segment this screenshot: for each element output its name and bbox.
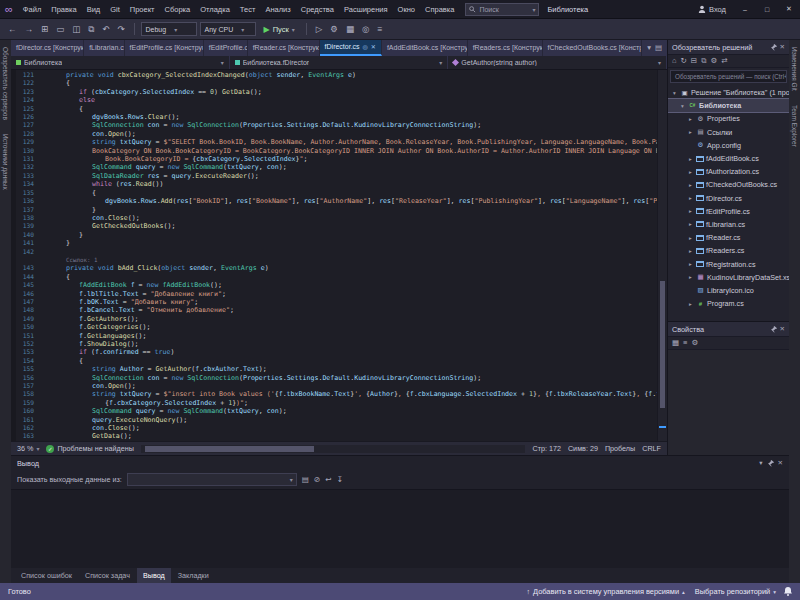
expander-icon[interactable]: ▸ bbox=[687, 182, 694, 188]
document-tab[interactable]: fDirector.cs [Конструктор] bbox=[11, 40, 84, 56]
code-line[interactable]: 163GetData(); bbox=[16, 432, 657, 440]
window-list-icon[interactable]: ▤ bbox=[655, 42, 662, 54]
open-file-button[interactable]: ▭ bbox=[53, 20, 67, 38]
redo-button[interactable]: ↷ bbox=[114, 20, 127, 38]
document-health-indicator[interactable]: ✓ Проблемы не найдены bbox=[46, 444, 134, 453]
home-button[interactable]: ⌂ bbox=[672, 55, 677, 67]
document-tab[interactable]: fReaders.cs [Конструктор] bbox=[468, 40, 543, 56]
menu-item[interactable]: Вид bbox=[82, 0, 106, 19]
scroll-tabs-icon[interactable]: ▾ bbox=[647, 42, 651, 54]
code-line[interactable]: 121private void cbxCategory_SelectedInde… bbox=[16, 71, 657, 79]
output-content[interactable] bbox=[11, 489, 789, 568]
code-line[interactable]: 122{ bbox=[16, 79, 657, 87]
tree-item[interactable]: ▸fDirector.cs bbox=[668, 192, 789, 205]
properties-button[interactable]: ⚙ bbox=[710, 55, 717, 67]
navigate-back-button[interactable]: ← bbox=[5, 20, 20, 38]
close-icon[interactable]: ✕ bbox=[780, 43, 785, 51]
code-line[interactable]: 128con.Open(); bbox=[16, 130, 657, 138]
start-debugging-button[interactable]: ▶ Пуск ▾ bbox=[259, 21, 300, 37]
expander-icon[interactable]: ▸ bbox=[687, 156, 694, 162]
code-line[interactable]: 162con.Close(); bbox=[16, 424, 657, 432]
docked-tool-tab[interactable]: Team Explorer bbox=[790, 98, 799, 154]
pin-icon[interactable] bbox=[767, 460, 774, 467]
code-line[interactable]: 159{f.cbxCategory.SelectedIndex + 1})"; bbox=[16, 399, 657, 407]
tree-item[interactable]: ▸fAuthorization.cs bbox=[668, 165, 789, 178]
tree-item[interactable]: ▸fEditProfile.cs bbox=[668, 205, 789, 218]
expander-icon[interactable]: ▸ bbox=[687, 208, 694, 214]
minimize-button[interactable]: – bbox=[734, 0, 756, 18]
tree-item[interactable]: ▾Решение "Библиотека" (1 проекта из 1) bbox=[668, 86, 789, 99]
code-line[interactable]: 136dgvBooks.Rows.Add(res["BookID"], res[… bbox=[16, 197, 657, 205]
sync-with-active-document-button[interactable]: ⇄ bbox=[721, 55, 727, 67]
code-line[interactable]: 131Book.BookCategoryID = {cbxCategory.Se… bbox=[16, 155, 657, 163]
tree-item[interactable]: ▸fAddEditBook.cs bbox=[668, 152, 789, 165]
tree-item[interactable]: ▸Ссылки bbox=[668, 126, 789, 139]
code-line[interactable]: 134while (res.Read()) bbox=[16, 180, 657, 188]
add-to-source-control-button[interactable]: ↑Добавить в систему управления версиями▴ bbox=[527, 587, 685, 596]
code-area[interactable]: 121private void cbxCategory_SelectedInde… bbox=[16, 70, 657, 441]
close-icon[interactable]: ✕ bbox=[371, 40, 376, 54]
expander-icon[interactable]: ▸ bbox=[687, 221, 694, 227]
menu-item[interactable]: Справка bbox=[420, 0, 459, 19]
tree-item[interactable]: LibraryIcon.ico bbox=[668, 284, 789, 297]
notifications-bell-icon[interactable] bbox=[784, 587, 792, 596]
indentation-indicator[interactable]: Пробелы bbox=[605, 444, 635, 453]
expander-icon[interactable]: ▸ bbox=[687, 261, 694, 267]
solution-platforms-dropdown[interactable]: Any CPU ▾ bbox=[200, 22, 256, 36]
document-tab[interactable]: fDirector.cs◎✕ bbox=[320, 40, 382, 56]
start-without-debugging-button[interactable]: ▷ bbox=[313, 20, 326, 38]
editor-vertical-scrollbar[interactable] bbox=[657, 70, 667, 441]
close-button[interactable]: ✕ bbox=[778, 0, 800, 18]
expander-icon[interactable]: ▸ bbox=[687, 195, 694, 201]
save-all-button[interactable]: ⧉ bbox=[85, 20, 97, 38]
code-line[interactable]: 158string txtQuery = $"insert into Book … bbox=[16, 390, 657, 398]
expander-icon[interactable]: ▸ bbox=[687, 301, 694, 307]
code-line[interactable]: 132SqlCommand query = new SqlCommand(txt… bbox=[16, 163, 657, 171]
code-line[interactable]: 123if (cbxCategory.SelectedIndex == 0) G… bbox=[16, 88, 657, 96]
code-line[interactable]: 157con.Open(); bbox=[16, 382, 657, 390]
code-line[interactable]: Ссылок: 1 bbox=[16, 256, 657, 264]
categorized-button[interactable]: ▦ bbox=[672, 337, 679, 349]
save-button[interactable]: ◫ bbox=[69, 20, 83, 38]
code-line[interactable]: 141} bbox=[16, 239, 657, 247]
show-all-files-button[interactable]: ⧉ bbox=[701, 55, 706, 67]
code-line[interactable]: 152f.ShowDialog(); bbox=[16, 340, 657, 348]
menu-item[interactable]: Анализ bbox=[260, 0, 295, 19]
code-line[interactable]: 133SqlDataReader res = query.ExecuteRead… bbox=[16, 172, 657, 180]
code-line[interactable]: 124else bbox=[16, 96, 657, 104]
expander-icon[interactable]: ▸ bbox=[687, 235, 694, 241]
code-line[interactable]: 154{ bbox=[16, 357, 657, 365]
panel-tab[interactable]: Вывод bbox=[137, 568, 171, 583]
close-icon[interactable]: ✕ bbox=[780, 325, 785, 333]
line-indicator[interactable]: Стр: 172 bbox=[532, 444, 560, 453]
messages-button[interactable]: ▤ bbox=[302, 474, 309, 486]
tree-item[interactable]: ▸fReaders.cs bbox=[668, 244, 789, 257]
new-project-button[interactable]: ⊞ bbox=[38, 20, 51, 38]
code-line[interactable]: 139GetCheckedOutBooks(); bbox=[16, 222, 657, 230]
code-line[interactable]: 125{ bbox=[16, 105, 657, 113]
document-tab[interactable]: fReader.cs [Конструктор] bbox=[248, 40, 320, 56]
pin-icon[interactable] bbox=[770, 44, 777, 51]
menu-item[interactable]: Тест bbox=[235, 0, 261, 19]
column-indicator[interactable]: Симв: 29 bbox=[568, 444, 598, 453]
code-line[interactable]: 160SqlCommand query = new SqlCommand(txt… bbox=[16, 407, 657, 415]
code-line[interactable]: 147f.bOK.Text = "Добавить книгу"; bbox=[16, 298, 657, 306]
scrollbar-thumb[interactable] bbox=[660, 281, 665, 407]
code-line[interactable]: 155string Author = GetAuthor(f.cbxAuthor… bbox=[16, 365, 657, 373]
code-line[interactable]: 138con.Close(); bbox=[16, 214, 657, 222]
navigate-forward-button[interactable]: → bbox=[22, 20, 37, 38]
docked-tool-tab[interactable]: Обозреватель серверов bbox=[1, 40, 10, 127]
line-ending-indicator[interactable]: CRLF bbox=[642, 444, 661, 453]
word-wrap-button[interactable]: ↩ bbox=[325, 474, 331, 486]
code-line[interactable]: 151f.GetLanguages(); bbox=[16, 332, 657, 340]
document-tab[interactable]: fAddEditBook.cs [Конструктор] bbox=[382, 40, 468, 56]
tree-item[interactable]: ▸Program.cs bbox=[668, 297, 789, 310]
docked-tool-tab[interactable]: Изменения Git bbox=[790, 40, 799, 98]
property-pages-button[interactable]: ⚙ bbox=[691, 337, 698, 349]
menu-item[interactable]: Файл bbox=[18, 0, 46, 19]
expander-icon[interactable]: ▾ bbox=[679, 103, 686, 109]
tree-item[interactable]: ▸Properties bbox=[668, 112, 789, 125]
menu-item[interactable]: Расширения bbox=[339, 0, 393, 19]
scroll-lock-button[interactable]: ↧ bbox=[337, 474, 343, 486]
code-line[interactable]: 156SqlConnection con = new SqlConnection… bbox=[16, 374, 657, 382]
